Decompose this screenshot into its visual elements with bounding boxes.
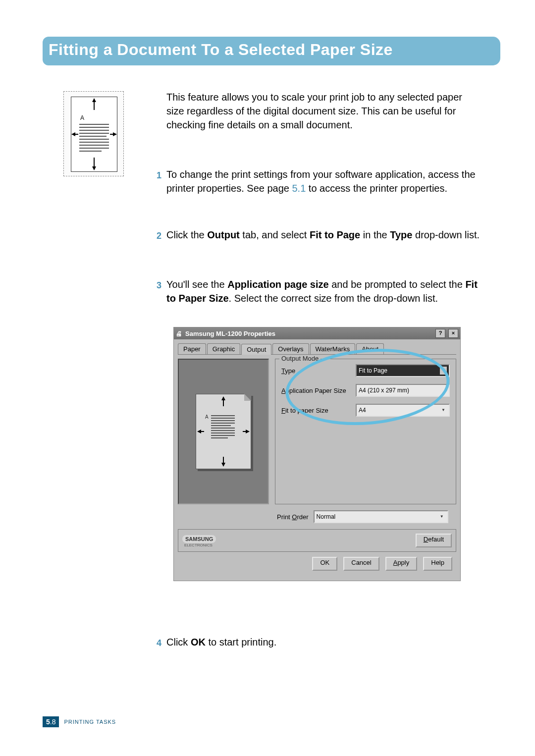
tab-overlays[interactable]: Overlays (272, 343, 309, 354)
samsung-logo: SAMSUNG ELECTRONICS (182, 534, 216, 547)
step-4: 4 Click OK to start printing. (166, 635, 483, 649)
dialog-titlebar: 🖨 Samsung ML-1200 Properties ? × (174, 327, 460, 339)
preview-a-label: A (205, 414, 209, 420)
step-2-number: 2 (157, 229, 161, 243)
step-4-number: 4 (157, 636, 161, 650)
section-title: Fitting a Document To a Selected Paper S… (49, 41, 393, 59)
printer-icon: 🖨 (176, 330, 182, 337)
step-2: 2 Click the Output tab, and select Fit t… (166, 228, 483, 242)
output-mode-label: Output Mode (279, 355, 321, 362)
step-3-number: 3 (157, 278, 161, 292)
step-1: 1 To change the print settings from your… (166, 167, 483, 195)
type-dropdown[interactable]: Fit to Page ▼ (356, 364, 450, 377)
step-2-text-a: Click the (166, 229, 207, 240)
page-major: 5 (46, 718, 50, 726)
step-4-text-b: to start printing. (206, 637, 276, 648)
tab-about[interactable]: About (356, 343, 384, 354)
fit-paper-size-dropdown[interactable]: A4 ▼ (356, 404, 450, 417)
step-3-text-a: You'll see the (166, 279, 227, 290)
output-mode-group: Output Mode TTypeype Fit to Page ▼ Appli… (275, 359, 456, 504)
chevron-down-icon: ▼ (438, 513, 445, 521)
print-order-value: Normal (317, 513, 336, 521)
default-button[interactable]: Default (416, 534, 452, 547)
section-title-bar: Fitting a Document To a Selected Paper S… (43, 37, 497, 65)
step-2-bold-output: Output (207, 229, 240, 240)
close-button[interactable]: × (448, 329, 458, 338)
tab-output[interactable]: Output (241, 344, 271, 355)
app-paper-size-value: A4 (210 x 297 mm) (359, 386, 409, 394)
fit-paper-size-label: Fit to paper Size (281, 407, 351, 414)
step-2-text-d: drop-down list. (412, 229, 480, 240)
preview-pane: A (178, 359, 269, 504)
step-4-bold-ok: OK (191, 637, 206, 648)
step-3-text-c: . Select the correct size from the drop-… (229, 293, 438, 304)
step-2-bold-type: Type (390, 229, 412, 240)
illustration-a-label: A (80, 114, 84, 121)
illustration-text-lines (79, 124, 109, 154)
svg-marker-5 (71, 132, 75, 136)
step-3-bold-appsize: Application page size (227, 279, 328, 290)
app-paper-size-label: Application Paper Size (281, 387, 351, 394)
svg-marker-11 (221, 463, 225, 467)
svg-marker-13 (197, 430, 201, 433)
svg-marker-9 (221, 396, 225, 400)
tab-paper[interactable]: Paper (178, 343, 206, 354)
preview-paper-icon: A (196, 394, 251, 469)
page-minor: .8 (50, 718, 56, 726)
step-1-text-b: to access the printer properties. (306, 183, 447, 194)
step-4-text-a: Click (166, 637, 191, 648)
tab-watermarks[interactable]: WaterMarks (310, 343, 356, 354)
intro-paragraph: This feature allows you to scale your pr… (166, 90, 474, 132)
footer-section-label: PRINTING TASKS (64, 719, 116, 725)
page-link-5-1[interactable]: 5.1 (292, 183, 306, 194)
step-3-text-b: and be prompted to select the (329, 279, 466, 290)
page-footer: 5.8 PRINTING TASKS (43, 716, 116, 727)
app-paper-size-readout: A4 (210 x 297 mm) (356, 384, 450, 397)
print-order-label: Print Order (277, 513, 309, 521)
page-number-badge: 5.8 (43, 716, 59, 727)
print-order-dropdown[interactable]: Normal ▼ (314, 510, 448, 523)
chevron-down-icon: ▼ (440, 367, 447, 375)
help-button2[interactable]: Help (423, 557, 452, 571)
svg-marker-1 (92, 98, 96, 102)
svg-marker-15 (246, 430, 250, 433)
apply-button[interactable]: Apply (385, 557, 418, 571)
preview-text-lines (211, 415, 235, 440)
chevron-down-icon: ▼ (440, 406, 447, 414)
dialog-tabs: Paper Graphic Output Overlays WaterMarks… (178, 343, 456, 355)
fit-to-page-illustration: A (63, 91, 124, 176)
step-1-number: 1 (157, 168, 161, 182)
step-2-text-c: in the (360, 229, 390, 240)
step-3: 3 You'll see the Application page size a… (166, 277, 483, 305)
dialog-title: Samsung ML-1200 Properties (185, 330, 432, 337)
svg-marker-3 (92, 166, 96, 170)
properties-dialog: 🖨 Samsung ML-1200 Properties ? × Paper G… (173, 327, 461, 581)
svg-marker-7 (113, 132, 117, 136)
fit-paper-size-value: A4 (359, 406, 366, 414)
cancel-button[interactable]: Cancel (343, 557, 379, 571)
type-label: TTypeype (281, 367, 351, 375)
step-2-bold-fit: Fit to Page (310, 229, 360, 240)
ok-button[interactable]: OK (312, 557, 337, 571)
step-2-text-b: tab, and select (240, 229, 310, 240)
type-value: Fit to Page (359, 367, 387, 375)
help-button[interactable]: ? (435, 329, 445, 338)
tab-graphic[interactable]: Graphic (207, 343, 241, 354)
